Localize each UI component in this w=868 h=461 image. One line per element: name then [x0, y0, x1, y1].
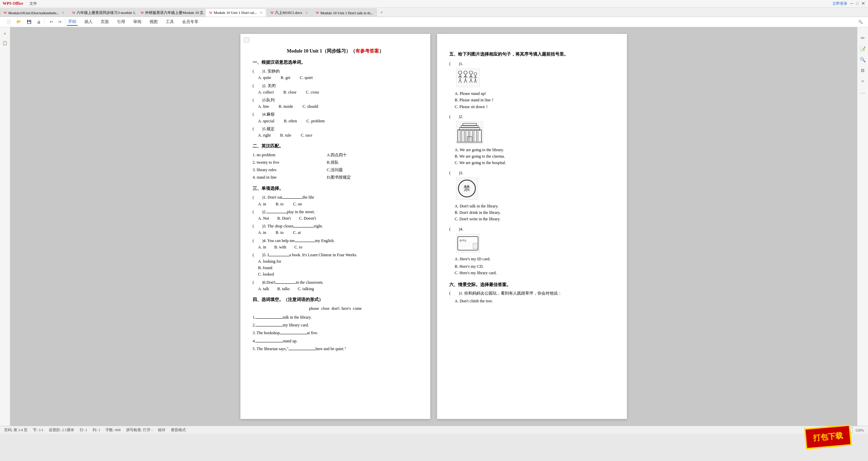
opt: B. Please stand in line！: [455, 97, 615, 103]
undo-btn[interactable]: ↩: [47, 19, 55, 25]
tab-0[interactable]: W Module10Unit1Don'ttalkinthebr... ✕: [0, 8, 68, 17]
svg-rect-0: [456, 68, 480, 87]
matching-left: 1. no problem 2. twenty to five 3. libra…: [253, 152, 279, 181]
print-btn[interactable]: 🖨: [35, 19, 43, 25]
opt: B. to: [276, 229, 283, 236]
pages-container: Module 10 Unit 1（同步练习）（有参考答案） 一、根据汉语意思选单…: [240, 34, 627, 419]
opt: B. Don't: [277, 215, 291, 222]
top-bar: WPS Office 文件 立即登录 ─ □ ✕: [0, 0, 868, 7]
ribbon-tab-member[interactable]: 会员专享: [181, 18, 200, 25]
tab-1[interactable]: W 六年级上册英语同步练习3-module 1... ✕: [68, 8, 136, 17]
download-badge[interactable]: 打包下载: [804, 424, 852, 449]
status-proofread: 校对: [158, 427, 165, 433]
section4-wordbank: please close don't here's come: [253, 305, 418, 312]
s5-item2: ( )2.: [449, 114, 615, 166]
s4-item3: 3. The bookshopat five.: [253, 329, 418, 336]
ribbon-tab-review[interactable]: 审阅: [132, 18, 143, 25]
new-btn[interactable]: 📄: [4, 19, 14, 25]
ribbon-tab-view[interactable]: 视图: [148, 18, 159, 25]
search-btn[interactable]: 🔍: [856, 19, 865, 25]
opt: B. We are going to the cinema.: [455, 153, 615, 160]
right-tool-2[interactable]: 📝: [859, 45, 867, 53]
right-tool-5[interactable]: ≡: [859, 77, 867, 85]
status-mode: 黄昏模式: [171, 427, 186, 433]
ribbon-tab-ref[interactable]: 引用: [116, 18, 126, 25]
opt: B. often: [284, 118, 297, 124]
tab-close-4[interactable]: ✕: [305, 11, 308, 15]
match-c: C.没问题: [327, 167, 351, 173]
undo-tools: ↩ ↪: [46, 19, 65, 25]
ribbon-tab-start[interactable]: 开始: [67, 18, 78, 26]
tab-3[interactable]: W Module 10 Unit 1 Don't tal... ✕: [205, 8, 266, 17]
tab-icon-5: W: [316, 11, 319, 15]
opt: A. in: [258, 244, 266, 250]
tab-label-0: Module10Unit1Don'ttalkinthebr...: [8, 11, 59, 15]
wps-logo: WPS Office: [3, 1, 23, 6]
tab-icon-4: W: [271, 11, 274, 15]
s1-item1-options: A. quite B. get C. quiet: [258, 75, 418, 81]
tab-2[interactable]: W 外研版英语六年级上册Module 10 文... ✕: [137, 8, 205, 17]
svg-rect-46: [473, 243, 478, 249]
svg-text:借书证: 借书证: [459, 239, 467, 242]
opt: A. line: [258, 103, 269, 110]
s1-item5: ( )5.规定 A. right B. rule C. race: [253, 126, 418, 139]
s5-item4: ( )4. 借书证: [449, 226, 615, 277]
ribbon-tab-tools[interactable]: 工具: [164, 18, 175, 25]
minimize-btn[interactable]: ─: [850, 1, 853, 6]
ribbon-tab-insert[interactable]: 插入: [83, 18, 94, 25]
tab-5[interactable]: W Module 10 Unit 1 Don't talk in th...: [312, 8, 377, 17]
tab-close-0[interactable]: ✕: [62, 11, 64, 15]
figure-no-talk-symbol: 禁: [456, 178, 478, 200]
right-sidebar: ✏ 📝 🔍 ⚙ ≡ …: [857, 27, 868, 426]
s1-item4: ( )4.麻烦 A. special B. often C. problem: [253, 111, 418, 124]
tab-4[interactable]: W 六上M10U1.docx ✕: [267, 8, 312, 17]
s1-item1: ( )1. 安静的 A. quite B. get C. quiet: [253, 68, 418, 81]
tab-close-3[interactable]: ✕: [260, 11, 262, 15]
page-handle[interactable]: [244, 37, 249, 43]
opt: A. quite: [258, 75, 271, 81]
status-cursor: 节: 1/1: [33, 427, 43, 433]
tab-icon-0: W: [4, 11, 7, 15]
status-bar: 页码: 第 1/4 页 节: 1/1 设置距: 2.5厘米 行: 1 列: 1 …: [0, 426, 868, 434]
tab-add-btn[interactable]: +: [377, 8, 386, 17]
opt: C. should: [302, 103, 318, 110]
opt: B. close: [283, 89, 297, 96]
s3-item4: ( )4. You can help memy English. A. in B…: [253, 237, 418, 250]
s3-item3-opts: A. in B. to C. at: [258, 229, 418, 236]
right-tool-6[interactable]: …: [859, 88, 867, 96]
s5-item4-opts: A. Here's my ID card. B. Here's my CD. C…: [455, 256, 615, 277]
svg-text:禁: 禁: [463, 184, 470, 192]
right-tool-3[interactable]: 🔍: [859, 56, 867, 64]
figure-people-line: [456, 68, 480, 87]
opt: C. at: [293, 229, 301, 236]
s3-item3: ( )3. The shop closeseight. A. in B. to …: [253, 223, 418, 236]
redo-btn[interactable]: ↪: [56, 19, 64, 25]
match-3: 3. library rules: [253, 167, 279, 173]
s5-item3: ( )3. 禁 A. Don't talk in the library.: [449, 170, 615, 223]
section6-title: 六、情景交际。选择最佳答案。: [449, 281, 615, 288]
s1-item2: ( )2. 关闭 A. collect B. close C. cross: [253, 83, 418, 96]
opt-b: B. found: [258, 265, 418, 271]
toolbar-file[interactable]: 文件: [27, 0, 39, 7]
sidebar-nav-icon[interactable]: ≡: [1, 30, 9, 37]
svg-rect-31: [464, 130, 466, 142]
signin-btn[interactable]: 立即登录: [832, 1, 847, 6]
sidebar-outline-icon[interactable]: 📋: [1, 39, 9, 47]
s4-item4: 4.stand up.: [253, 338, 418, 344]
right-tool-1[interactable]: ✏: [859, 34, 867, 42]
opt: A. in: [258, 229, 266, 236]
match-2: 2. twenty to five: [253, 159, 279, 166]
right-tool-4[interactable]: ⚙: [859, 66, 867, 75]
opt: B. rule: [280, 132, 291, 139]
s3-item1: ( )1. Don't eatthe libr A. in B. to C. o…: [253, 194, 418, 207]
s1-item2-options: A. collect B. close C. cross: [258, 89, 418, 96]
doc-area[interactable]: Module 10 Unit 1（同步练习）（有参考答案） 一、根据汉语意思选单…: [10, 27, 857, 426]
save-btn[interactable]: 💾: [24, 19, 34, 25]
close-btn[interactable]: ✕: [861, 1, 865, 6]
opt: C. talking: [298, 286, 314, 292]
opt: B. to: [276, 201, 283, 207]
ribbon-tab-page[interactable]: 页面: [99, 18, 110, 25]
open-btn[interactable]: 📂: [14, 19, 24, 25]
opt: B. with: [274, 244, 286, 250]
restore-btn[interactable]: □: [856, 1, 859, 6]
